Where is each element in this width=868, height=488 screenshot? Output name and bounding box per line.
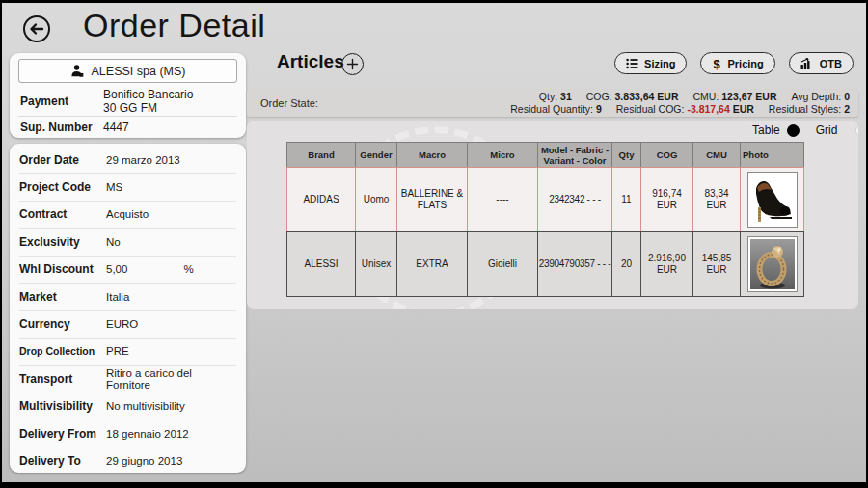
- sizing-button-label: Sizing: [644, 58, 675, 69]
- field-label: Drop Collection: [19, 345, 106, 357]
- column-header-cog: COG: [640, 142, 693, 168]
- articles-table: Brand Gender Macro Micro Model - Fabric …: [286, 142, 804, 297]
- stat-residual-quantity: Residual Quantity:9: [510, 103, 602, 115]
- field-row-order-date: Order Date 29 marzo 2013: [19, 147, 236, 174]
- cell-cog: 2.916,90 EUR: [640, 231, 693, 297]
- cell-macro: EXTRA: [396, 231, 468, 297]
- supplier-number-row: Sup. Number 4447: [18, 117, 237, 138]
- view-toggle: Table Grid: [752, 123, 858, 137]
- cell-cmu: 145,85 EUR: [692, 231, 741, 297]
- field-row-project-code: Project Code MS: [19, 174, 236, 201]
- pricing-button-label: Pricing: [727, 58, 763, 69]
- column-header-macro: Macro: [396, 142, 468, 168]
- field-label: Project Code: [19, 180, 106, 194]
- field-row-currency: Currency EURO: [19, 311, 236, 338]
- pricing-button[interactable]: $ Pricing: [700, 52, 774, 74]
- table-header-row: Brand Gender Macro Micro Model - Fabric …: [286, 142, 804, 168]
- otb-button[interactable]: OTB: [789, 52, 854, 74]
- payment-label: Payment: [20, 95, 103, 108]
- field-value: Ritiro a carico del Fornitore: [106, 367, 236, 391]
- payment-row: Payment Bonifico Bancario 30 GG FM: [18, 87, 237, 117]
- table-view-label: Table: [752, 123, 780, 137]
- field-label: Whl Discount: [19, 262, 106, 276]
- field-label: Exclusivity: [19, 235, 106, 249]
- cell-gender: Uomo: [355, 167, 397, 232]
- svg-text:$: $: [714, 57, 721, 70]
- high-heel-shoe-image: [750, 175, 795, 225]
- plus-icon: [346, 58, 359, 70]
- field-label: Delivery From: [19, 427, 106, 441]
- cell-micro: ----: [467, 167, 538, 232]
- field-value: 5,00: [106, 263, 127, 275]
- cell-model: 2342342 - - -: [537, 167, 612, 232]
- field-value: Italia: [106, 291, 129, 303]
- column-header-gender: Gender: [355, 142, 397, 168]
- order-state-line2: Residual Quantity:9 Residual COG:-3.817,…: [499, 103, 850, 116]
- table-row-adidas[interactable]: ADIDAS Uomo BALLERINE & FLATS ---- 23423…: [286, 168, 804, 232]
- otb-button-label: OTB: [820, 58, 842, 69]
- sup-number-label: Sup. Number: [20, 121, 103, 134]
- table-view-radio[interactable]: [787, 124, 800, 137]
- order-state-label: Order State:: [247, 97, 318, 109]
- order-detail-screen: Order Detail ALESSI spa (MS) Payment Bon…: [0, 0, 868, 488]
- article-photo-shoe: [747, 172, 798, 228]
- column-header-brand: Brand: [286, 142, 356, 168]
- cell-cog: 916,74 EUR: [640, 167, 693, 232]
- sizing-button[interactable]: Sizing: [614, 52, 687, 74]
- order-state-line1: Qty:31 COG:3.833,64 EUR CMU:123,67 EUR A…: [499, 91, 850, 103]
- back-arrow-icon: [29, 21, 44, 37]
- page-title: Order Detail: [83, 7, 265, 44]
- field-value: 29 marzo 2013: [106, 154, 180, 166]
- stat-qty: Qty:31: [539, 91, 572, 102]
- stat-residual-cog: Residual COG:-3.817,64EUR: [616, 103, 754, 115]
- field-value: No multivisibility: [106, 400, 185, 412]
- column-header-photo: Photo: [740, 142, 804, 168]
- field-suffix: %: [183, 263, 193, 275]
- cell-model: 23904790357 - - -: [537, 231, 612, 297]
- articles-toolbar: Sizing $ Pricing OTB: [614, 52, 854, 74]
- cell-cmu: 83,34 EUR: [692, 167, 741, 232]
- cell-brand: ALESSI: [286, 231, 356, 297]
- field-value: 29 giugno 2013: [106, 455, 182, 467]
- field-label: Multivisibility: [19, 399, 106, 413]
- cell-gender: Unisex: [355, 231, 397, 297]
- cell-photo: [740, 231, 804, 297]
- chart-icon: [800, 58, 814, 69]
- stat-residual-styles: Residual Styles:2: [769, 103, 850, 115]
- customer-button[interactable]: ALESSI spa (MS): [18, 59, 237, 83]
- field-row-delivery-to: Delivery To 29 giugno 2013: [19, 447, 236, 474]
- field-label: Order Date: [19, 153, 106, 167]
- sup-number-value: 4447: [103, 121, 129, 134]
- field-label: Market: [19, 290, 106, 304]
- person-icon: [70, 64, 85, 78]
- grid-view-radio[interactable]: [855, 124, 858, 137]
- gold-ring-image: [750, 239, 795, 289]
- column-header-model: Model - Fabric - Variant - Color: [537, 142, 612, 168]
- stat-cmu: CMU:123,67 EUR: [692, 91, 776, 102]
- dollar-icon: $: [712, 57, 721, 70]
- back-button[interactable]: [23, 15, 50, 42]
- field-label: Delivery To: [19, 454, 106, 468]
- table-row-alessi[interactable]: ALESSI Unisex EXTRA Gioielli 23904790357…: [286, 232, 804, 297]
- field-value: Acquisto: [106, 208, 149, 220]
- field-row-contract: Contract Acquisto: [19, 202, 236, 229]
- order-state-stats: Qty:31 COG:3.833,64 EUR CMU:123,67 EUR A…: [499, 91, 858, 116]
- list-icon: [626, 58, 638, 69]
- article-photo-ring: [747, 236, 798, 292]
- column-header-cmu: CMU: [692, 142, 741, 168]
- field-value: PRE: [106, 345, 129, 357]
- stat-cog: COG:3.833,64 EUR: [586, 91, 679, 102]
- stat-avg-depth: Avg Depth:0: [791, 91, 850, 102]
- supplier-card: ALESSI spa (MS) Payment Bonifico Bancari…: [10, 53, 246, 138]
- field-label: Contract: [19, 207, 106, 221]
- add-article-button[interactable]: [341, 53, 364, 75]
- field-row-exclusivity: Exclusivity No: [19, 229, 236, 256]
- cell-micro: Gioielli: [467, 231, 538, 297]
- cell-qty: 11: [611, 167, 641, 232]
- grid-view-label: Grid: [816, 123, 838, 137]
- cell-qty: 20: [611, 231, 641, 297]
- cell-photo: [740, 167, 804, 232]
- field-row-drop-collection: Drop Collection PRE: [19, 339, 236, 366]
- field-value: 18 gennaio 2012: [106, 428, 189, 440]
- field-value: No: [106, 236, 121, 248]
